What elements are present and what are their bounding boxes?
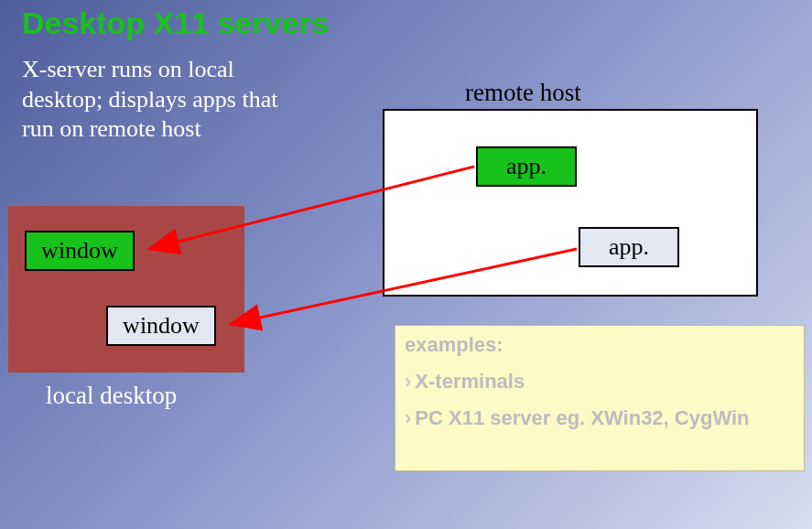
slide: Desktop X11 servers X-server runs on loc… [0, 0, 812, 529]
slide-title: Desktop X11 servers [22, 5, 329, 41]
remote-app-1: app. [476, 146, 577, 187]
chevron-right-icon: › [405, 370, 411, 394]
examples-item: › PC X11 server eg. XWin32, CygWin [405, 406, 791, 430]
remote-host-box [383, 109, 758, 297]
remote-host-label: remote host [465, 79, 581, 107]
local-window-1: window [25, 231, 135, 271]
local-desktop-label: local desktop [46, 382, 177, 410]
slide-description: X-server runs on local desktop; displays… [22, 55, 315, 145]
examples-panel: examples: › X-terminals › PC X11 server … [395, 325, 805, 471]
examples-item-text: X-terminals [415, 370, 525, 394]
chevron-right-icon: › [405, 406, 411, 430]
local-window-2: window [106, 306, 216, 346]
examples-item: › X-terminals [405, 370, 791, 394]
remote-app-2: app. [579, 227, 679, 267]
examples-heading: examples: [405, 333, 791, 357]
examples-item-text: PC X11 server eg. XWin32, CygWin [415, 406, 749, 430]
